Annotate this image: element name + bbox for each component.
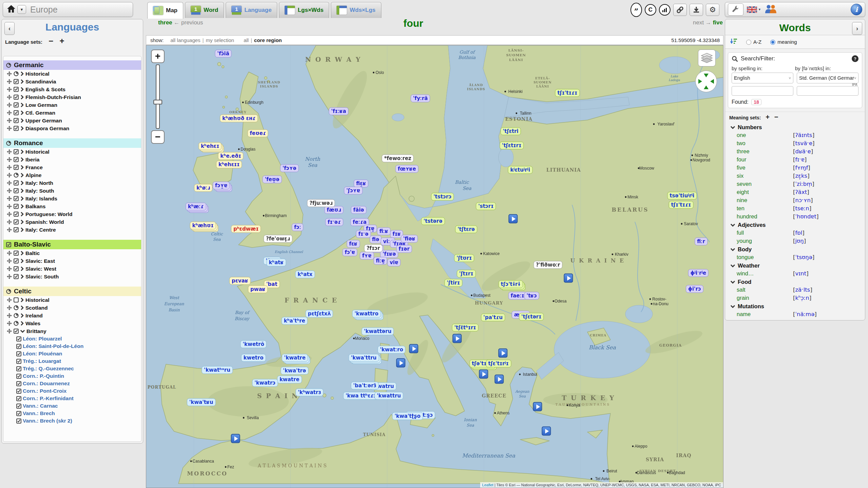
word-row[interactable]: ten[tseːn]	[725, 204, 865, 213]
phonetic-label[interactable]: kʰæhʊɪ	[190, 222, 216, 230]
phonetic-label[interactable]: 'kʰwatrɜ	[296, 389, 323, 396]
language-variety-item[interactable]: Corn.: P.-Kerfinidant	[3, 395, 141, 402]
language-set-item[interactable]: Spanish: World	[3, 218, 141, 226]
phonetic-label[interactable]: tsə'tiuʲrʲi	[667, 192, 697, 200]
phonetic-label[interactable]: 'ba'tːərɜ̃	[351, 382, 379, 390]
add-language-set-button[interactable]: +	[59, 36, 64, 45]
show-all-languages-link[interactable]: all languages	[170, 37, 200, 43]
phonetic-label[interactable]: fiːr	[695, 238, 707, 246]
phonetic-label[interactable]: pwaʁ	[248, 286, 268, 293]
language-set-item[interactable]: Historical	[3, 70, 141, 78]
word-row[interactable]: five[fʏɱf]	[725, 164, 865, 172]
meaning-section-header[interactable]: Mutations	[725, 302, 865, 310]
language-set-item[interactable]: Historical	[3, 296, 141, 304]
phonetic-label[interactable]: fiːɐ̯	[374, 257, 387, 265]
phonetic-label[interactable]: 'kwa'tʈʂo	[392, 412, 423, 420]
language-group-header[interactable]: Romance	[3, 138, 141, 148]
download-icon[interactable]	[690, 4, 703, 16]
copyright-icon[interactable]: C	[645, 4, 656, 16]
phonetic-label[interactable]: fɔː	[292, 223, 303, 231]
language-set-item[interactable]: Italy: North	[3, 179, 141, 187]
phonetic-label[interactable]: 'kwa'trə	[281, 367, 308, 375]
tab-word[interactable]: 1Word	[185, 2, 224, 18]
phonetic-label[interactable]: 'kwatre	[282, 354, 308, 362]
word-row[interactable]: three[dʁäˑe]	[725, 148, 865, 156]
phonetic-label[interactable]: kwetro	[241, 354, 266, 362]
language-group-header[interactable]: Celtic	[3, 287, 141, 296]
phonetic-label[interactable]: 'kwatrɔ	[252, 379, 278, 387]
play-sound-button[interactable]	[542, 427, 551, 436]
phonetic-label[interactable]: 'pa'tɾu	[481, 314, 505, 321]
phonetic-label[interactable]: 'ʃtʊrɪ	[454, 254, 474, 262]
phonetic-label[interactable]: 'kwatːro	[378, 346, 405, 354]
phonetic-label[interactable]: kʰatʁ	[266, 259, 286, 267]
phonetic-label[interactable]: pɛtʃɛtxʌ̃	[305, 310, 333, 318]
tab-map[interactable]: Map	[147, 2, 183, 19]
language-set-item[interactable]: Italy: Islands	[3, 195, 141, 202]
link-icon[interactable]	[673, 4, 687, 16]
language-set-item[interactable]: Ctl. German	[3, 109, 141, 117]
phonetic-label[interactable]: 'kwatʰᵊru	[202, 366, 233, 374]
word-row[interactable]: eight[ʔäxt]	[725, 188, 865, 196]
language-set-item[interactable]: Wales	[3, 319, 141, 327]
play-sound-button[interactable]	[564, 274, 573, 283]
language-set-item[interactable]: Upper German	[3, 117, 141, 124]
language-set-item[interactable]: Flemish-Dutch-Frisian	[3, 93, 141, 101]
phonetic-label[interactable]: kʰe.eðɪ	[218, 152, 243, 160]
word-row[interactable]: seven[ˈziːbm̩]	[725, 180, 865, 188]
language-set-item[interactable]: Diaspora German	[3, 124, 141, 132]
home-icon[interactable]	[6, 4, 17, 15]
phonetic-label[interactable]: 'fɔ̈iä	[215, 50, 231, 58]
uk-flag-icon[interactable]: ▼	[747, 6, 761, 13]
phonetic-label[interactable]: ɸʲiˑrʲe	[688, 269, 709, 277]
language-variety-item[interactable]: Léon: Plouénan	[3, 350, 141, 357]
phonetic-label[interactable]: 'kwattro	[352, 310, 381, 318]
phonetic-label[interactable]: 'fiəʁ	[401, 235, 418, 243]
zoom-in-button[interactable]: +	[151, 50, 165, 63]
phonetic-label[interactable]: 'fyːrä	[411, 95, 430, 102]
phonetic-label[interactable]: 'stɔrɪ	[476, 202, 496, 210]
word-row[interactable]: one[ʔäɪnts]	[725, 131, 865, 139]
phonetic-label[interactable]: fɛʁ	[347, 240, 360, 248]
phonetic-label[interactable]: tʃɪ'tɪɾɪ	[555, 89, 580, 97]
word-row[interactable]: name[ˈnäːmə]	[725, 310, 865, 318]
layers-icon[interactable]	[698, 50, 716, 66]
phonetic-label[interactable]: 'tʃɛ̆tʰɪrɪ	[452, 324, 478, 332]
sort-funnel-icon[interactable]	[730, 38, 737, 46]
phonetic-label[interactable]: tʃɔ'tɨrɨ	[498, 280, 523, 288]
word-row[interactable]: two[tsväˑe]	[725, 139, 865, 148]
meaning-section-header[interactable]: Weather	[725, 261, 865, 270]
phonetic-label[interactable]: 'tʃɛtɪrɪ	[499, 142, 524, 150]
language-set-item[interactable]: Scandinavia	[3, 78, 141, 85]
word-row[interactable]: nine[nɔˑʏn]	[725, 196, 865, 204]
phonetic-label[interactable]: kwatre	[277, 376, 302, 384]
add-meaning-set-button[interactable]: +	[766, 113, 770, 121]
pan-control[interactable]	[695, 71, 717, 92]
language-set-item[interactable]: Slavic: East	[3, 257, 141, 265]
help-icon[interactable]: ?	[852, 55, 858, 62]
language-group-header[interactable]: Germanic	[3, 60, 141, 70]
phonetic-label[interactable]: 'fɪːʁa	[329, 108, 348, 115]
chevron-down-icon[interactable]: ▼	[17, 5, 26, 14]
map-canvas[interactable]: N O R W A YESTONIALITHUANIABELARUSU K R …	[146, 45, 723, 488]
phonetics-language-select[interactable]: Std. German (Ctl Germar˅	[797, 73, 858, 83]
phonetic-label[interactable]: 'fɔʏə	[280, 164, 299, 172]
language-variety-item[interactable]: Corn.: Pont-Croix	[3, 387, 141, 395]
phonetic-label[interactable]: fiɛ̯ʁ	[354, 180, 368, 188]
phonetics-search-input[interactable]: IPA	[797, 86, 858, 96]
sort-az-option[interactable]: A-Z	[746, 39, 761, 45]
phonetic-label[interactable]: kʰatx	[295, 271, 315, 278]
phonetic-label[interactable]: ?fjuːwəɹ	[307, 199, 335, 207]
word-row[interactable]: salt[zäˑlts]	[725, 286, 865, 294]
phonetic-label[interactable]: fɔʏ̯ɐ	[213, 182, 230, 190]
language-set-item[interactable]: Slavic: West	[3, 265, 141, 273]
phonetic-label[interactable]: fœʏʁe	[395, 165, 418, 173]
users-icon[interactable]	[765, 4, 777, 15]
language-variety-item[interactable]: Léon: Plouarzel	[3, 335, 141, 343]
play-sound-button[interactable]	[231, 434, 240, 443]
language-variety-item[interactable]: Trég.: Q.-Guezennec	[3, 365, 141, 372]
play-sound-button[interactable]	[495, 375, 504, 384]
phonetic-label[interactable]: viɐ	[387, 259, 400, 267]
phonetic-label[interactable]: ?fe'owɛ̝ɹ	[264, 235, 293, 243]
phonetic-label[interactable]: 'tʃtɛrə	[455, 226, 477, 233]
